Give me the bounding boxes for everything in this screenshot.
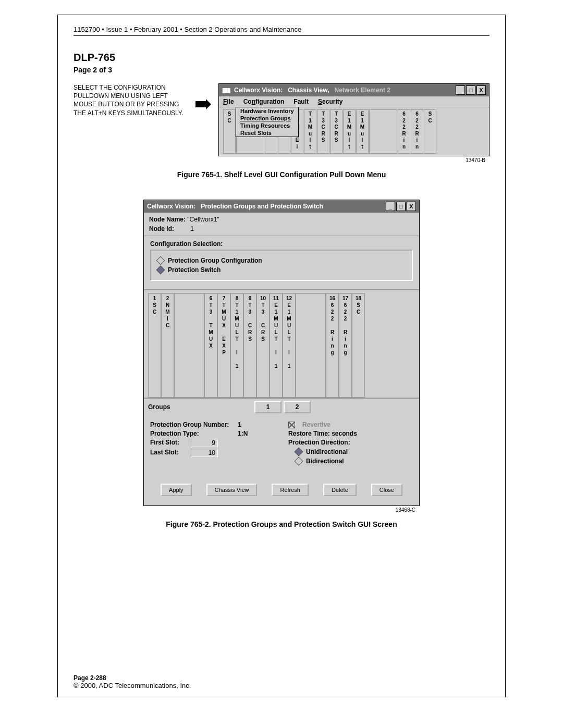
hatch-icon: ▮▮▮: [222, 87, 230, 94]
slot-card: E1MuIt: [343, 109, 356, 154]
last-slot-value[interactable]: 10: [191, 449, 218, 457]
config-selection-label: Configuration Selection:: [150, 240, 413, 248]
node-id-value: 1: [190, 225, 194, 232]
slot-card[interactable]: [174, 293, 204, 398]
fig1-image-id: 13470-B: [74, 157, 489, 163]
ptype-label: Protection Type:: [150, 430, 234, 437]
slot-card[interactable]: 9T3CRS: [243, 293, 256, 398]
slot-card: E1MuIt: [356, 109, 369, 154]
opt-pg-config: Protection Group Configuration: [168, 257, 262, 264]
header-line: 1152700 • Issue 1 • February 2001 • Sect…: [74, 26, 489, 36]
opt-protection-switch: Protection Switch: [168, 266, 221, 274]
slot-card: 622Rin: [398, 109, 410, 154]
groups-label: Groups: [148, 403, 252, 411]
refresh-button[interactable]: Refresh: [272, 484, 309, 496]
maximize-button[interactable]: □: [396, 202, 406, 211]
minimize-button[interactable]: _: [386, 202, 395, 211]
tb2-app: Cellworx Vision:: [147, 203, 195, 210]
svg-marker-0: [195, 99, 211, 109]
slot-card: T3CRS: [330, 109, 342, 154]
fig1-caption: Figure 765-1. Shelf Level GUI Configurat…: [74, 170, 489, 179]
close-button[interactable]: Close: [371, 484, 402, 496]
slot-card[interactable]: 17622Ring: [339, 293, 352, 398]
slot-card: T3CRS: [317, 109, 329, 154]
revertive-label: Revertive: [302, 421, 331, 428]
maximize-button[interactable]: □: [466, 85, 475, 95]
menu-file[interactable]: File: [223, 98, 234, 105]
group-tab[interactable]: 1: [254, 401, 282, 413]
slot-card[interactable]: 12E1MULTI1: [283, 293, 296, 398]
slot-card: SC: [223, 109, 236, 154]
opt-bidirectional: Bidirectional: [306, 458, 344, 465]
tb-app: Cellworx Vision:: [234, 87, 283, 94]
pg-number-value: 1: [238, 421, 241, 428]
dd-reset-slots[interactable]: Reset Slots: [236, 129, 298, 137]
opt-unidirectional: Unidirectional: [306, 448, 348, 455]
first-slot-label: First Slot:: [150, 439, 187, 447]
radio-unidirectional[interactable]: [295, 448, 303, 456]
chassis-view-button[interactable]: Chassis View: [206, 484, 258, 496]
radio-bidirectional[interactable]: [295, 457, 303, 466]
slot-card[interactable]: 8T1MULTI1: [230, 293, 243, 398]
slot-card: T1MuIt: [304, 109, 316, 154]
slot-card[interactable]: 16622Ring: [326, 293, 339, 398]
slot-card: [369, 109, 397, 154]
tb2-sub: Protection Groups and Protection Switch: [201, 203, 323, 210]
node-id-label: Node Id:: [149, 225, 174, 232]
menu-security[interactable]: Security: [318, 98, 342, 105]
page-of: Page 2 of 3: [74, 66, 489, 74]
instruction-text: SELECT THE CONFIGURATION PULLDOWN MENU U…: [74, 83, 188, 117]
fig2-caption: Figure 765-2. Protection Groups and Prot…: [74, 520, 489, 528]
slot-card[interactable]: [296, 293, 326, 398]
window-protection-groups: Cellworx Vision: Protection Groups and P…: [143, 200, 420, 506]
node-name-value: "Cellworx1": [187, 216, 219, 223]
apply-button[interactable]: Apply: [161, 484, 192, 496]
revertive-checkbox[interactable]: [288, 422, 295, 428]
dd-hw-inventory[interactable]: Hardware Inventory: [236, 107, 298, 115]
fig2-image-id: 13468-C: [143, 507, 420, 513]
restore-time-label: Restore Time: seconds: [288, 430, 357, 437]
slot-card: SC: [424, 109, 436, 154]
menu-config[interactable]: Configuration: [243, 98, 285, 105]
minimize-button[interactable]: _: [456, 85, 465, 95]
dd-protection-groups[interactable]: Protection Groups: [236, 115, 298, 122]
radio-pg-config[interactable]: [156, 256, 165, 265]
dd-timing-resources[interactable]: Timing Resources: [236, 122, 298, 129]
radio-protection-switch[interactable]: [156, 266, 165, 275]
first-slot-value[interactable]: 9: [191, 439, 218, 447]
slot-card[interactable]: 1SC: [148, 293, 161, 398]
config-dropdown: Hardware Inventory Protection Groups Tim…: [236, 107, 299, 137]
group-tab[interactable]: 2: [284, 401, 311, 413]
dlp-title: DLP-765: [74, 52, 489, 64]
tb-node: Network Element 2: [335, 87, 390, 94]
slot-card[interactable]: 2NMIC: [161, 293, 174, 398]
pg-number-label: Protection Group Number:: [150, 421, 234, 428]
footer-copyright: © 2000, ADC Telecommunications, Inc.: [74, 682, 191, 689]
ptype-value: 1:N: [238, 430, 248, 437]
slot-card[interactable]: 7TMUXEXP: [217, 293, 230, 398]
delete-button[interactable]: Delete: [323, 484, 357, 496]
node-name-label: Node Name:: [149, 216, 186, 223]
close-button[interactable]: X: [476, 85, 486, 95]
close-button[interactable]: X: [407, 202, 416, 211]
protection-direction-label: Protection Direction:: [288, 439, 350, 446]
slot-card[interactable]: 18SC: [352, 293, 365, 398]
arrow-icon: [195, 83, 211, 109]
last-slot-label: Last Slot:: [150, 449, 187, 457]
slot-card: 622Rin: [411, 109, 423, 154]
window-chassis-view: ▮▮▮ Cellworx Vision: Chassis View, Netwo…: [218, 83, 489, 156]
footer-page: Page 2-288: [74, 674, 191, 682]
tb-view: Chassis View,: [288, 87, 329, 94]
slots-grid: 1SC2NMIC6T3TMUX7TMUXEXP8T1MULTI19T3CRS10…: [148, 293, 415, 398]
slot-card[interactable]: 6T3TMUX: [204, 293, 217, 398]
slot-card[interactable]: 11E1MULTI1: [270, 293, 283, 398]
slot-card[interactable]: 10T3CRS: [256, 293, 270, 398]
menu-fault[interactable]: Fault: [293, 98, 309, 105]
